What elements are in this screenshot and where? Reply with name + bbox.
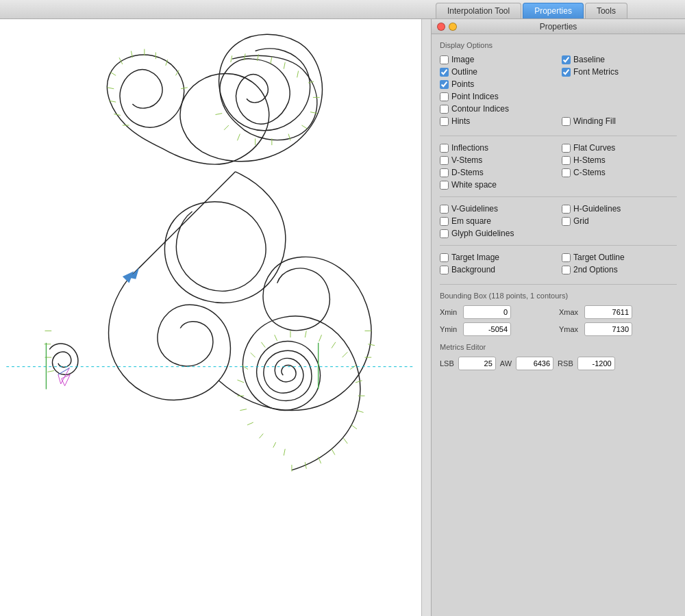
- xmax-input[interactable]: [584, 305, 632, 319]
- lsb-label: LSB: [440, 359, 454, 368]
- d-stems-label[interactable]: D-Stems: [451, 168, 484, 177]
- guidelines-row1: V-Guidelines H-Guidelines: [440, 204, 677, 216]
- font-metrics-label[interactable]: Font Metrics: [573, 67, 619, 77]
- display-options-title: Display Options: [440, 41, 677, 49]
- image-checkbox[interactable]: [440, 55, 449, 64]
- minimize-button[interactable]: [449, 23, 457, 31]
- points-checkbox[interactable]: [440, 80, 449, 89]
- stems-row2: D-Stems C-Stems: [440, 168, 677, 180]
- grid-label[interactable]: Grid: [573, 216, 589, 226]
- c-stems-checkbox[interactable]: [562, 168, 571, 177]
- hints-label[interactable]: Hints: [451, 116, 470, 126]
- checkbox-contour-indices: Contour Indices: [440, 104, 677, 114]
- xmin-label: Xmin: [440, 308, 460, 316]
- font-metrics-checkbox[interactable]: [562, 68, 571, 77]
- target-outline-checkbox[interactable]: [562, 253, 571, 262]
- baseline-label[interactable]: Baseline: [573, 55, 605, 64]
- aw-input[interactable]: [516, 357, 553, 370]
- contour-indices-checkbox[interactable]: [440, 105, 449, 114]
- bounding-box-title: Bounding Box (118 points, 1 contours): [440, 292, 677, 300]
- close-button[interactable]: [437, 23, 445, 31]
- winding-fill-label[interactable]: Winding Fill: [573, 116, 616, 126]
- panel-title: Properties: [540, 22, 577, 31]
- divider-2: [440, 196, 677, 197]
- glyph-guidelines-checkbox[interactable]: [440, 229, 449, 238]
- display-options-row6: Hints Winding Fill: [440, 116, 677, 129]
- baseline-checkbox[interactable]: [562, 55, 571, 64]
- h-guidelines-checkbox[interactable]: [562, 205, 571, 214]
- inflections-checkbox[interactable]: [440, 144, 449, 153]
- v-guidelines-checkbox[interactable]: [440, 205, 449, 214]
- display-options-row2: Outline Font Metrics: [440, 67, 677, 79]
- checkbox-winding-fill: Winding Fill: [562, 116, 677, 126]
- checkbox-h-guidelines: H-Guidelines: [562, 204, 677, 214]
- inflections-label[interactable]: Inflections: [451, 143, 488, 153]
- white-space-label[interactable]: White space: [451, 180, 497, 190]
- point-indices-checkbox[interactable]: [440, 92, 449, 101]
- checkbox-image: Image: [440, 55, 555, 64]
- ymin-label: Ymin: [440, 325, 460, 333]
- xmax-label: Xmax: [559, 308, 581, 316]
- em-square-label[interactable]: Em square: [451, 216, 491, 226]
- ymax-input[interactable]: [584, 322, 632, 336]
- contour-indices-label[interactable]: Contour Indices: [451, 104, 509, 114]
- checkbox-glyph-guidelines: Glyph Guidelines: [440, 229, 677, 238]
- glyph-canvas[interactable]: [0, 19, 431, 616]
- outline-checkbox[interactable]: [440, 68, 449, 77]
- checkbox-grid: Grid: [562, 216, 677, 226]
- checkbox-h-stems: H-Stems: [562, 155, 677, 165]
- checkbox-2nd-options: 2nd Options: [562, 265, 677, 274]
- divider-3: [440, 245, 677, 246]
- background-label[interactable]: Background: [451, 265, 495, 274]
- tab-bar: Interpolation Tool Properties Tools: [0, 0, 685, 19]
- checkbox-em-square: Em square: [440, 216, 555, 226]
- h-stems-checkbox[interactable]: [562, 156, 571, 165]
- white-space-checkbox[interactable]: [440, 181, 449, 190]
- background-checkbox[interactable]: [440, 266, 449, 274]
- window-controls: [437, 23, 457, 31]
- flat-curves-checkbox[interactable]: [562, 144, 571, 153]
- v-stems-label[interactable]: V-Stems: [451, 155, 482, 165]
- svg-rect-0: [6, 19, 424, 616]
- outline-label[interactable]: Outline: [451, 67, 477, 77]
- aw-label: AW: [500, 359, 512, 368]
- glyph-guidelines-label[interactable]: Glyph Guidelines: [451, 229, 514, 238]
- xmin-input[interactable]: [463, 305, 511, 319]
- rsb-input[interactable]: [577, 357, 615, 370]
- target-image-label[interactable]: Target Image: [451, 253, 499, 262]
- winding-fill-checkbox[interactable]: [562, 117, 571, 126]
- flat-curves-label[interactable]: Flat Curves: [573, 143, 615, 153]
- checkbox-target-outline: Target Outline: [562, 253, 677, 262]
- second-options-label[interactable]: 2nd Options: [573, 265, 618, 274]
- bounding-box-section: Bounding Box (118 points, 1 contours) Xm…: [440, 292, 677, 336]
- canvas-scrollbar[interactable]: [421, 19, 431, 616]
- target-row2: Background 2nd Options: [440, 265, 677, 277]
- tab-interpolation[interactable]: Interpolation Tool: [436, 3, 521, 18]
- checkbox-outline: Outline: [440, 67, 555, 77]
- target-outline-label[interactable]: Target Outline: [573, 253, 625, 262]
- second-options-checkbox[interactable]: [562, 266, 571, 274]
- d-stems-checkbox[interactable]: [440, 168, 449, 177]
- h-stems-label[interactable]: H-Stems: [573, 155, 606, 165]
- grid-checkbox[interactable]: [562, 217, 571, 226]
- v-guidelines-label[interactable]: V-Guidelines: [451, 204, 498, 214]
- ymin-input[interactable]: [463, 322, 511, 336]
- v-stems-checkbox[interactable]: [440, 156, 449, 165]
- point-indices-label[interactable]: Point Indices: [451, 92, 499, 101]
- image-label[interactable]: Image: [451, 55, 474, 64]
- tab-properties[interactable]: Properties: [523, 3, 584, 18]
- lsb-input[interactable]: [458, 357, 496, 370]
- checkbox-d-stems: D-Stems: [440, 168, 555, 177]
- metrics-editor-title: Metrics Editor: [440, 343, 677, 351]
- em-square-checkbox[interactable]: [440, 217, 449, 226]
- points-label[interactable]: Points: [451, 79, 474, 89]
- rsb-label: RSB: [558, 359, 573, 368]
- tab-tools[interactable]: Tools: [585, 3, 627, 18]
- h-guidelines-label[interactable]: H-Guidelines: [573, 204, 621, 214]
- ymax-label: Ymax: [559, 325, 581, 333]
- hints-checkbox[interactable]: [440, 117, 449, 126]
- checkbox-inflections: Inflections: [440, 143, 555, 153]
- c-stems-label[interactable]: C-Stems: [573, 168, 606, 177]
- target-image-checkbox[interactable]: [440, 253, 449, 262]
- canvas-area[interactable]: [0, 19, 432, 616]
